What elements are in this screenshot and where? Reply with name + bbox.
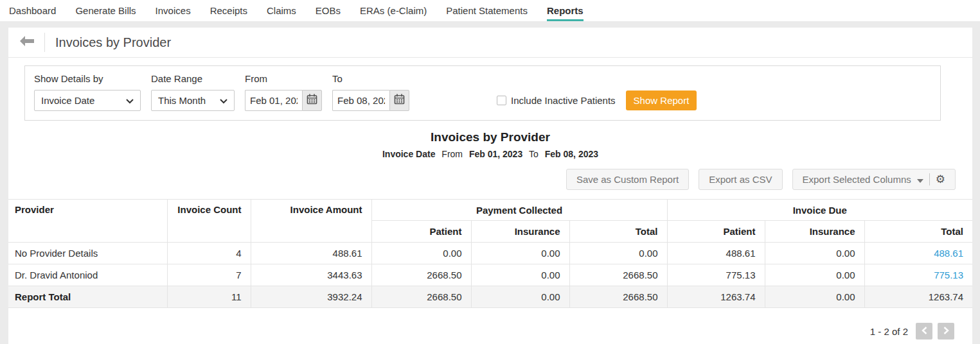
field-show-details-by: Show Details by Invoice Date — [34, 73, 141, 111]
pagination-prev-button[interactable] — [916, 323, 932, 340]
to-calendar-button[interactable] — [389, 90, 409, 111]
col-header-due-total: Total — [864, 221, 972, 243]
top-nav: Dashboard Generate Bills Invoices Receip… — [0, 0, 980, 21]
total-label: Report Total — [8, 286, 167, 308]
chevron-down-icon — [220, 95, 227, 106]
cell-invoice-amount: 488.61 — [251, 243, 371, 264]
nav-item-invoices[interactable]: Invoices — [156, 0, 191, 21]
total-pc-total: 2668.50 — [569, 286, 667, 308]
to-label: To — [332, 73, 409, 84]
chevron-left-icon — [922, 325, 927, 337]
cell-due-patient: 775.13 — [667, 264, 765, 286]
button-divider — [929, 173, 930, 185]
total-due-insurance: 0.00 — [765, 286, 864, 308]
report-card: Invoices by Provider Show Details by Inv… — [8, 28, 972, 344]
cell-pc-patient: 2668.50 — [371, 264, 471, 286]
cell-invoice-count: 4 — [167, 243, 251, 264]
report-subtitle: Invoice Date From Feb 01, 2023 To Feb 08… — [8, 149, 972, 159]
date-range-value: This Month — [158, 95, 206, 106]
nav-item-receipts[interactable]: Receipts — [210, 0, 247, 21]
total-invoice-count: 11 — [167, 286, 251, 308]
nav-item-patient-statements[interactable]: Patient Statements — [446, 0, 528, 21]
col-header-pc-insurance: Insurance — [471, 221, 569, 243]
include-inactive-checkbox[interactable] — [497, 96, 506, 105]
nav-item-eras[interactable]: ERAs (e-Claim) — [360, 0, 427, 21]
total-pc-patient: 2668.50 — [371, 286, 471, 308]
from-date-input[interactable] — [245, 90, 302, 111]
show-details-by-select[interactable]: Invoice Date — [34, 90, 141, 111]
show-report-button[interactable]: Show Report — [626, 90, 697, 110]
col-header-due-patient: Patient — [667, 221, 765, 243]
group-header-payment-collected: Payment Collected — [371, 200, 667, 221]
back-arrow-icon — [20, 36, 34, 49]
total-due-total: 1263.74 — [864, 286, 972, 308]
pagination: 1 - 2 of 2 — [8, 323, 972, 340]
group-header-invoice-due: Invoice Due — [667, 200, 972, 221]
export-csv-button[interactable]: Export as CSV — [699, 169, 782, 190]
gear-icon[interactable]: ⚙ — [936, 174, 945, 185]
nav-item-claims[interactable]: Claims — [267, 0, 296, 21]
cell-pc-insurance: 0.00 — [471, 243, 569, 264]
cell-due-total-link[interactable]: 488.61 — [864, 243, 972, 264]
cell-invoice-amount: 3443.63 — [251, 264, 371, 286]
caret-down-icon[interactable] — [917, 174, 923, 185]
header-divider — [44, 33, 45, 52]
cell-due-total-link[interactable]: 775.13 — [864, 264, 972, 286]
col-header-pc-patient: Patient — [371, 221, 471, 243]
total-due-patient: 1263.74 — [667, 286, 765, 308]
subtitle-detail-label: Invoice Date — [382, 149, 435, 159]
nav-item-eobs[interactable]: EOBs — [316, 0, 341, 21]
include-inactive-label: Include Inactive Patients — [511, 95, 616, 106]
pagination-next-button[interactable] — [938, 323, 954, 340]
subtitle-to-date: Feb 08, 2023 — [545, 149, 598, 159]
cell-due-insurance: 0.00 — [765, 264, 864, 286]
nav-item-generate-bills[interactable]: Generate Bills — [75, 0, 136, 21]
page-header: Invoices by Provider — [8, 28, 972, 58]
cell-pc-total: 0.00 — [569, 243, 667, 264]
col-header-invoice-amount: Invoice Amount — [251, 200, 371, 243]
cell-pc-insurance: 0.00 — [471, 264, 569, 286]
report-actions: Save as Custom Report Export as CSV Expo… — [8, 169, 972, 190]
nav-item-reports[interactable]: Reports — [547, 0, 584, 21]
page-title: Invoices by Provider — [55, 35, 171, 50]
total-pc-insurance: 0.00 — [471, 286, 569, 308]
cell-provider: No Provider Details — [8, 243, 167, 264]
show-details-by-label: Show Details by — [34, 73, 141, 84]
save-custom-report-button[interactable]: Save as Custom Report — [566, 169, 689, 190]
to-date-input[interactable] — [332, 90, 389, 111]
field-from-date: From — [245, 73, 322, 111]
save-custom-report-label: Save as Custom Report — [576, 174, 679, 185]
col-header-due-insurance: Insurance — [765, 221, 864, 243]
filter-panel: Show Details by Invoice Date Date Range … — [24, 65, 941, 121]
subtitle-from-word: From — [441, 149, 463, 159]
cell-provider: Dr. Dravid Antoniod — [8, 264, 167, 286]
export-csv-label: Export as CSV — [709, 174, 772, 185]
from-label: From — [245, 73, 322, 84]
report-title: Invoices by Provider — [8, 130, 972, 144]
report-total-row: Report Total 11 3932.24 2668.50 0.00 266… — [8, 286, 972, 308]
subtitle-from-date: Feb 01, 2023 — [469, 149, 522, 159]
col-header-invoice-count: Invoice Count — [167, 200, 251, 243]
export-selected-columns-button[interactable]: Export Selected Columns ⚙ — [792, 169, 956, 190]
back-button[interactable] — [20, 36, 37, 49]
date-range-label: Date Range — [151, 73, 235, 84]
field-to-date: To — [332, 73, 409, 111]
table-row: Dr. Dravid Antoniod 7 3443.63 2668.50 0.… — [8, 264, 972, 286]
chevron-right-icon — [943, 325, 949, 337]
col-header-provider: Provider — [8, 200, 167, 243]
export-selected-columns-label: Export Selected Columns — [803, 174, 911, 185]
include-inactive-group: Include Inactive Patients — [497, 90, 616, 111]
show-details-by-value: Invoice Date — [41, 95, 94, 106]
field-date-range: Date Range This Month — [151, 73, 235, 111]
cell-due-insurance: 0.00 — [765, 243, 864, 264]
calendar-icon — [394, 94, 405, 107]
col-header-pc-total: Total — [569, 221, 667, 243]
nav-item-dashboard[interactable]: Dashboard — [9, 0, 56, 21]
total-invoice-amount: 3932.24 — [251, 286, 371, 308]
table-row: No Provider Details 4 488.61 0.00 0.00 0… — [8, 243, 972, 264]
from-calendar-button[interactable] — [302, 90, 322, 111]
cell-pc-patient: 0.00 — [371, 243, 471, 264]
chevron-down-icon — [126, 95, 134, 106]
date-range-select[interactable]: This Month — [151, 90, 235, 111]
pagination-range: 1 - 2 of 2 — [870, 326, 908, 337]
